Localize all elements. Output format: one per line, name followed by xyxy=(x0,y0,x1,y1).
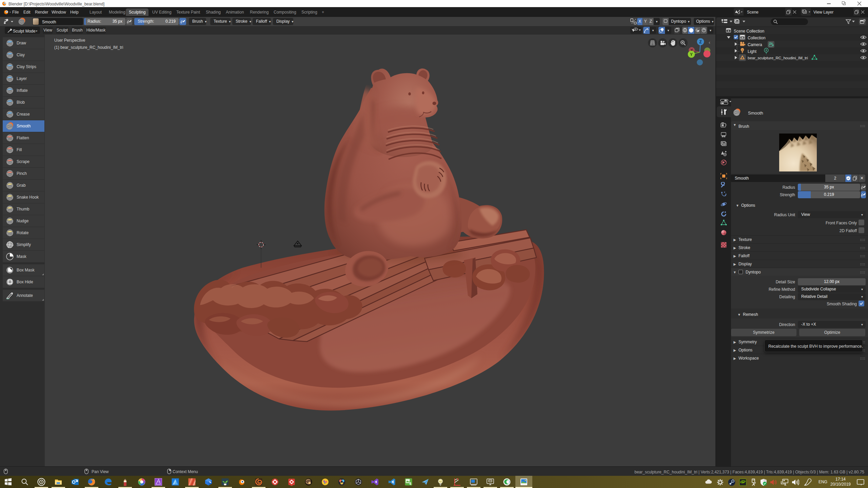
svg-text:4: 4 xyxy=(409,482,411,486)
svg-text:Y: Y xyxy=(690,52,693,57)
svg-text:Z: Z xyxy=(699,40,702,44)
